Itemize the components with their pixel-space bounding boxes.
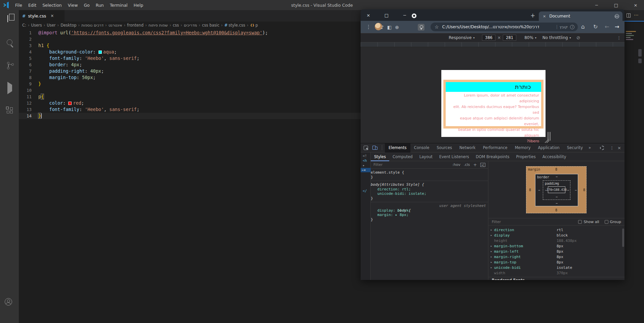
style-rule-selector[interactable]: body[Attributes Style] { [371, 182, 488, 187]
throttling-select[interactable]: No throttling [542, 35, 568, 40]
computed-property-row[interactable]: height 188.438px [488, 238, 625, 243]
reload-icon[interactable]: ↻ [593, 24, 598, 30]
breadcrumb-item[interactable]: #style.css› [224, 23, 249, 28]
show-all-checkbox[interactable]: Show all [578, 220, 599, 224]
expand-arrow-icon[interactable]: ▸ [490, 228, 494, 231]
style-rule-selector[interactable]: body { user agent stylesheet [371, 204, 488, 208]
menu-item[interactable]: Terminal [107, 3, 131, 8]
restore-button[interactable]: □ [610, 0, 622, 10]
sidebar-tab[interactable]: Accessibility [539, 152, 570, 161]
expand-arrow-icon[interactable]: ▸ [490, 260, 494, 264]
code-editor[interactable]: 1 @import url('https://fonts.googleapis.… [19, 30, 361, 280]
menu-item[interactable]: Go [81, 3, 92, 8]
sidebar-tab[interactable]: Styles [371, 152, 389, 161]
devtools-close-icon[interactable]: × [617, 145, 621, 150]
devtools-tab[interactable]: Performance [479, 143, 511, 152]
menu-item[interactable]: Selection [39, 3, 65, 8]
devtools-tab[interactable]: Memory [511, 143, 534, 152]
menu-item[interactable]: Edit [25, 3, 39, 8]
computed-property-row[interactable]: ▸ margin-right 8px [488, 254, 625, 259]
back-icon[interactable]: ← [605, 24, 609, 30]
profile-avatar[interactable] [412, 13, 416, 18]
forward-icon[interactable]: → [615, 24, 619, 30]
computed-property-row[interactable]: ▸ margin-top 8px [488, 259, 625, 265]
rendered-page[interactable]: כותרת Lorem ipsum, dolor sit amet consec… [441, 70, 546, 137]
extensions-icon[interactable] [5, 107, 14, 116]
expand-arrow-icon[interactable]: ▸ [490, 244, 494, 248]
style-declaration[interactable]: margin: ▸ 8px; [371, 213, 488, 217]
computed-property-row[interactable]: ▸ direction rtl [488, 227, 625, 232]
zoom-select[interactable]: 80% [524, 35, 533, 40]
device-mode-select[interactable]: Responsive [449, 35, 472, 40]
lighthouse-extension-icon[interactable] [418, 24, 425, 31]
sidebar-tab[interactable]: Event Listeners [436, 152, 473, 161]
url-text[interactable]: C:/Users/User/Desktop/...דרכים%20נוספות/… [442, 25, 554, 29]
expand-arrow-icon[interactable]: ▸ [490, 255, 494, 258]
settings-gear-icon[interactable] [600, 146, 604, 150]
computed-property-row[interactable]: ▸ margin-bottom 8px [488, 243, 625, 249]
extension-glyph[interactable]: ⊛ [393, 25, 401, 30]
expand-arrow-icon[interactable]: ▸ [490, 234, 494, 237]
account-icon[interactable] [5, 298, 14, 308]
hov-toggle[interactable]: :hov [452, 163, 460, 167]
breadcrumb-item[interactable]: frontend› [127, 23, 148, 28]
computed-property-row[interactable]: ▸ display block [488, 232, 625, 238]
computed-sidebar-toggle-icon[interactable]: ▸| [480, 163, 485, 167]
breadcrumb-item[interactable]: Desktop› [61, 23, 80, 28]
group-checkbox[interactable]: Group [605, 220, 621, 224]
minimize-button[interactable]: ─ [591, 0, 602, 10]
computed-property-row[interactable]: width 370px [488, 270, 625, 276]
browser-menu-icon[interactable]: ⋮ [366, 24, 371, 30]
style-declaration[interactable]: direction: rtl; [371, 187, 488, 192]
sidebar-tab[interactable]: Computed [389, 152, 416, 161]
menu-item[interactable]: Help [131, 3, 147, 8]
split-editor-icon[interactable] [627, 13, 631, 17]
editor-more-actions-icon[interactable]: ⋯ [634, 12, 639, 17]
style-rule[interactable]: element.style { [371, 170, 488, 175]
computed-property-row[interactable]: ▸ margin-left 8px [488, 249, 625, 254]
breadcrumb-item[interactable]: css basic› [202, 23, 223, 28]
search-icon[interactable] [5, 38, 14, 48]
inspect-element-icon[interactable] [364, 146, 368, 150]
tab-close-icon[interactable]: × [50, 13, 54, 18]
menu-item[interactable]: View [65, 3, 81, 8]
breadcrumb-item[interactable]: User› [47, 23, 59, 28]
breadcrumb-item[interactable]: דרכים נוספות› [81, 23, 107, 28]
viewport-height-input[interactable]: 281 [503, 35, 516, 41]
style-declaration[interactable]: unicode-bidi: isolate; [371, 191, 488, 196]
info-icon[interactable]: i [570, 25, 574, 29]
expand-arrow-icon[interactable]: ▸ [490, 250, 494, 253]
breadcrumb-item[interactable]: {}p› [250, 23, 258, 28]
extension-glyph[interactable]: ◧ [386, 25, 393, 30]
expand-arrow-icon[interactable]: ▸ [363, 163, 365, 167]
home-icon[interactable]: ⌂ [581, 23, 585, 30]
more-tabs-icon[interactable]: » [587, 145, 593, 150]
breadcrumb-item[interactable]: Users› [31, 23, 46, 28]
address-bar[interactable]: ☆ C:/Users/User/Desktop/...דרכים%20נוספו… [431, 23, 578, 31]
cls-toggle[interactable]: .cls [464, 163, 470, 167]
scrollbar-thumb[interactable] [622, 228, 624, 247]
tab-close-icon[interactable]: × [543, 14, 546, 19]
source-control-icon[interactable] [5, 62, 14, 71]
sidebar-tab[interactable]: DOM Breakpoints [473, 152, 513, 161]
devtools-tab[interactable]: Console [410, 143, 433, 152]
devtools-tab[interactable]: Network [456, 143, 479, 152]
selected-dom-node[interactable]: ⋯▾ [361, 168, 371, 172]
sidebar-tab[interactable]: Properties [513, 152, 539, 161]
chrome-maximize-button[interactable]: □ [381, 9, 392, 21]
device-toolbar-toggle-icon[interactable] [372, 145, 378, 150]
new-style-rule-icon[interactable]: + [473, 162, 477, 167]
editor-scrollbar[interactable] [638, 59, 642, 63]
devtools-tab[interactable]: Application [534, 143, 563, 152]
breadcrumb-item[interactable]: css› [173, 23, 183, 28]
partial-section-header[interactable]: Rendered Fonts [488, 277, 625, 280]
box-model-diagram[interactable]: margin 8 8 8 8 border − − − − padding − [526, 166, 587, 213]
browser-tab-document[interactable]: × Document [539, 11, 622, 21]
chrome-minimize-button[interactable]: ─ [400, 9, 410, 21]
devtools-menu-icon[interactable]: ⋮ [610, 145, 614, 150]
chrome-close-button[interactable]: × [363, 9, 373, 21]
dom-tree-pane[interactable]: <! <h ▸ ⋯▾ </ [361, 152, 371, 280]
explorer-icon[interactable] [5, 15, 14, 25]
computed-property-row[interactable]: ▸ unicode-bidi isolate [488, 265, 625, 270]
close-button[interactable]: × [630, 0, 641, 10]
